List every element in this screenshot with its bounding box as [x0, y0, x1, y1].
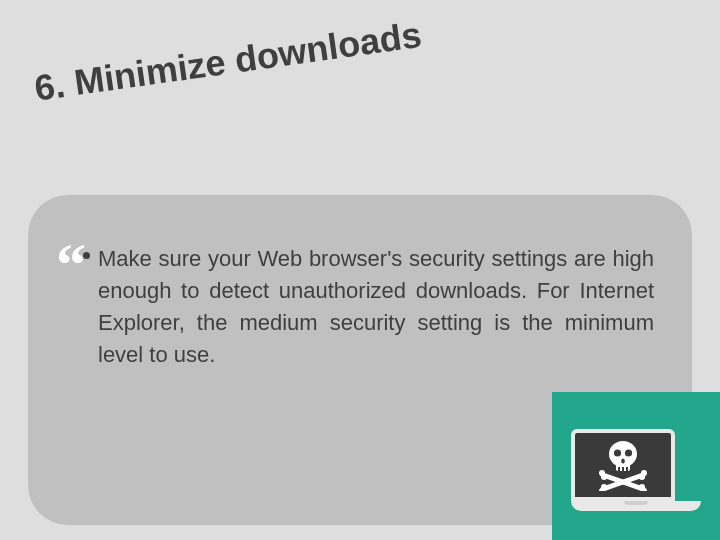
slide-title: 6. Minimize downloads	[32, 14, 424, 110]
danger-laptop-illustration	[552, 392, 720, 540]
bullet-icon	[83, 252, 90, 259]
quote-mark-icon: “	[56, 235, 86, 295]
skull-crossbones-icon	[595, 439, 651, 491]
svg-point-11	[601, 474, 607, 480]
svg-point-15	[601, 484, 607, 490]
svg-point-17	[639, 484, 645, 490]
laptop-icon	[571, 429, 701, 511]
svg-rect-7	[626, 467, 628, 471]
svg-point-4	[621, 458, 625, 463]
svg-rect-6	[622, 467, 624, 471]
svg-rect-5	[618, 467, 620, 471]
svg-point-13	[639, 474, 645, 480]
body-text: Make sure your Web browser's security se…	[98, 243, 654, 371]
svg-point-2	[614, 449, 621, 456]
svg-point-3	[625, 449, 632, 456]
